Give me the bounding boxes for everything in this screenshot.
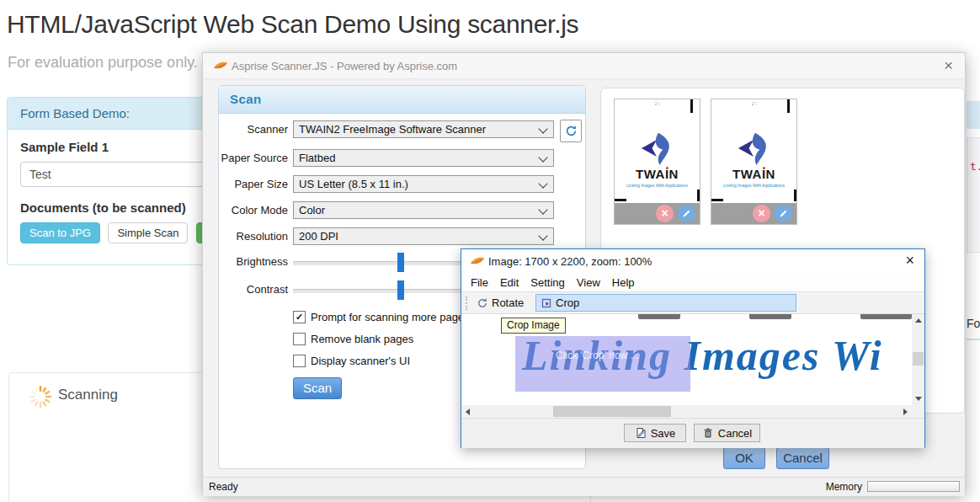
triangle-down-icon bbox=[915, 397, 922, 401]
pencil-icon bbox=[682, 209, 691, 218]
refresh-scanners-button[interactable] bbox=[560, 120, 582, 142]
chevron-down-icon bbox=[538, 124, 547, 133]
right-text-fragment: Fo bbox=[967, 317, 980, 330]
chevron-down-icon bbox=[538, 231, 547, 240]
image-cancel-button[interactable]: Cancel bbox=[694, 424, 760, 442]
chevron-down-icon bbox=[538, 205, 547, 214]
image-dialog-close-icon[interactable]: × bbox=[905, 253, 914, 268]
corner-mark bbox=[711, 199, 723, 201]
edit-page-button[interactable] bbox=[678, 205, 695, 222]
crop-selection-hint: Click 'Crop' now ... bbox=[556, 350, 639, 361]
refresh-icon bbox=[565, 125, 578, 137]
chevron-down-icon bbox=[538, 179, 547, 188]
scrollbar-corner bbox=[912, 405, 924, 418]
twain-logo-icon bbox=[735, 131, 772, 165]
menu-setting[interactable]: Setting bbox=[525, 275, 570, 291]
status-text: Ready bbox=[209, 481, 238, 493]
right-divider-fragment bbox=[967, 339, 980, 340]
corner-mark bbox=[787, 99, 790, 113]
scanner-dialog-close-icon[interactable]: × bbox=[944, 58, 953, 73]
corner-mark bbox=[690, 99, 693, 113]
paper-size-label: Paper Size bbox=[219, 175, 288, 194]
menu-edit[interactable]: Edit bbox=[494, 275, 525, 291]
corner-mark bbox=[794, 190, 796, 201]
checkbox-checked-icon: ✓ bbox=[293, 311, 306, 323]
save-icon bbox=[635, 427, 647, 439]
resolution-select[interactable]: 200 DPI bbox=[293, 227, 554, 245]
remove-blank-pages-checkbox[interactable]: Remove blank pages bbox=[293, 332, 413, 345]
scroll-left-button[interactable] bbox=[461, 405, 474, 418]
red-dot-icon bbox=[666, 167, 668, 169]
vertical-scroll-thumb[interactable] bbox=[913, 352, 924, 366]
delete-page-button[interactable]: × bbox=[753, 205, 770, 222]
brightness-label: Brightness bbox=[219, 253, 288, 271]
twain-tagline: Linking Images With Applications bbox=[711, 183, 796, 188]
scanner-dialog-title: Asprise Scanner.JS - Powered by Asprise.… bbox=[232, 60, 457, 72]
trash-icon bbox=[702, 427, 714, 439]
status-bar: Ready Memory bbox=[203, 477, 965, 496]
save-button[interactable]: Save bbox=[624, 424, 686, 442]
edit-page-button[interactable] bbox=[775, 205, 792, 222]
delete-page-button[interactable]: × bbox=[656, 205, 674, 222]
contrast-slider-handle[interactable] bbox=[397, 280, 404, 300]
scroll-down-button[interactable] bbox=[912, 393, 924, 405]
scanner-dialog-titlebar[interactable]: Asprise Scanner.JS - Powered by Asprise.… bbox=[203, 53, 965, 79]
spinner-icon bbox=[28, 384, 53, 409]
checkbox-unchecked-icon bbox=[293, 355, 306, 367]
horizontal-scrollbar[interactable] bbox=[461, 405, 912, 418]
ok-button[interactable]: OK bbox=[723, 447, 765, 469]
scroll-right-button[interactable] bbox=[899, 405, 912, 418]
scanner-field-label: Scanner bbox=[219, 120, 288, 139]
rotate-button[interactable]: Rotate bbox=[471, 294, 529, 312]
screen: HTML/JavaScript Web Scan Demo Using scan… bbox=[0, 0, 980, 502]
display-scanner-ui-checkbox[interactable]: Display scanner's UI bbox=[293, 354, 410, 367]
checkbox-unchecked-icon bbox=[293, 333, 306, 345]
menu-file[interactable]: File bbox=[465, 275, 494, 291]
scan-to-jpg-button[interactable]: Scan to JPG bbox=[20, 222, 100, 243]
image-editor-dialog: Image: 1700 x 2200, zoom: 100% × File Ed… bbox=[461, 248, 925, 448]
page-subtitle: For evaluation purpose only. Ple bbox=[8, 54, 224, 72]
scanner-select[interactable]: TWAIN2 FreeImage Software Scanner bbox=[293, 120, 554, 138]
pencil-icon bbox=[779, 209, 788, 218]
paper-source-select[interactable]: Flatbed bbox=[293, 149, 554, 167]
simple-scan-button[interactable]: Simple Scan bbox=[108, 222, 188, 243]
image-dialog-titlebar[interactable]: Image: 1700 x 2200, zoom: 100% × bbox=[461, 249, 924, 273]
right-code-block-fragment: t. bbox=[967, 137, 980, 253]
asprise-logo-icon bbox=[213, 60, 228, 72]
triangle-left-icon bbox=[466, 409, 470, 415]
vertical-scrollbar[interactable] bbox=[912, 314, 924, 405]
chevron-down-icon bbox=[538, 152, 547, 162]
image-dialog-button-bar: Save Cancel bbox=[461, 418, 924, 448]
menu-view[interactable]: View bbox=[571, 275, 606, 291]
twain-tagline: Linking Images With Applications bbox=[615, 183, 700, 188]
red-dot-icon bbox=[763, 167, 765, 169]
color-mode-label: Color Mode bbox=[219, 201, 288, 220]
thumb-top-mark: 2 \ bbox=[752, 101, 757, 106]
crop-icon bbox=[541, 297, 552, 309]
paper-size-select[interactable]: US Letter (8.5 x 11 in.) bbox=[293, 175, 554, 193]
prompt-more-pages-checkbox[interactable]: ✓ Prompt for scanning more pages bbox=[293, 310, 470, 323]
contrast-label: Contrast bbox=[219, 280, 288, 299]
scan-panel-header: Scan bbox=[219, 86, 585, 114]
scan-button[interactable]: Scan bbox=[293, 377, 342, 399]
scanned-page-thumbnail[interactable]: 2 \ TWAIN Linking Images With Applicatio… bbox=[711, 99, 797, 225]
menu-bar: File Edit Setting View Help bbox=[461, 273, 924, 291]
twain-brand-text: TWAIN bbox=[711, 167, 796, 181]
image-dialog-title: Image: 1700 x 2200, zoom: 100% bbox=[488, 255, 652, 268]
crop-selection-rect[interactable] bbox=[515, 336, 690, 392]
image-artifact-bar bbox=[749, 314, 791, 319]
resolution-label: Resolution bbox=[219, 227, 288, 246]
horizontal-scroll-thumb[interactable] bbox=[553, 406, 671, 417]
cancel-button[interactable]: Cancel bbox=[776, 447, 829, 469]
rotate-icon bbox=[477, 297, 488, 309]
toolbar-grip-handle[interactable] bbox=[466, 296, 467, 310]
corner-mark bbox=[615, 199, 626, 201]
thumb-top-mark: 2 \ bbox=[655, 101, 660, 106]
scanned-page-thumbnail[interactable]: 2 \ TWAIN Linking Images With Applicatio… bbox=[614, 99, 700, 225]
menu-help[interactable]: Help bbox=[606, 275, 641, 291]
color-mode-select[interactable]: Color bbox=[293, 201, 554, 219]
crop-button[interactable]: Crop bbox=[535, 294, 796, 312]
scroll-up-button[interactable] bbox=[912, 314, 924, 327]
brightness-slider-handle[interactable] bbox=[397, 253, 404, 272]
memory-label: Memory bbox=[826, 481, 862, 493]
